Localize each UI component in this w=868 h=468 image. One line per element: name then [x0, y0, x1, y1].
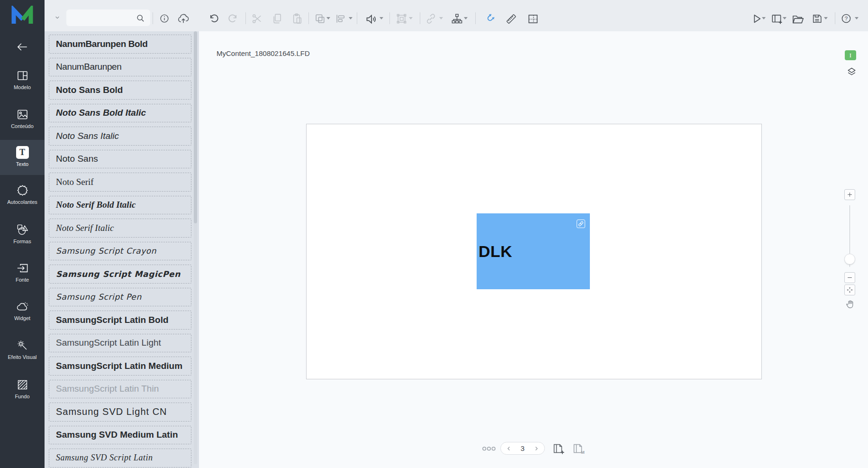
master-page-icon[interactable]: M [573, 443, 585, 455]
toolbar-divider [153, 12, 153, 24]
paste-icon[interactable] [291, 12, 303, 25]
cut-icon[interactable] [251, 12, 263, 25]
toolbar-divider [835, 12, 835, 24]
font-list-item[interactable]: Samsung Script MagicPen [49, 265, 191, 284]
open-folder-icon[interactable] [791, 12, 804, 26]
sidebar-item-texto[interactable]: T Texto [0, 140, 45, 175]
current-page-number: 3 [521, 444, 524, 452]
table-icon[interactable] [526, 12, 539, 25]
font-list-item[interactable]: Samsung SVD Script Latin [49, 449, 191, 468]
fit-to-screen-button[interactable] [844, 284, 855, 295]
zoom-out-button[interactable] [844, 272, 855, 283]
hierarchy-dropdown-caret[interactable] [464, 17, 468, 19]
search-icon[interactable] [135, 13, 145, 23]
group-icon[interactable] [314, 12, 326, 25]
font-list-item[interactable]: NanumBarunpen [49, 58, 191, 77]
font-list-item[interactable]: Noto Serif Italic [49, 219, 191, 238]
linked-element-icon[interactable] [577, 220, 585, 228]
sidebar-item-conteudo[interactable]: Conteúdo [0, 102, 45, 137]
font-list-item[interactable]: Noto Serif Bold Italic [49, 196, 191, 215]
undo-icon[interactable] [208, 12, 220, 25]
font-list-item[interactable]: Noto Sans Bold Italic [49, 104, 191, 123]
toolbar-divider [389, 12, 390, 24]
link-icon[interactable] [425, 12, 437, 25]
sidebar-item-fonte[interactable]: Fonte [0, 256, 45, 291]
file-name-label: MyContent_1808021645.LFD [217, 49, 310, 57]
save-dropdown-caret[interactable] [824, 17, 828, 19]
upload-icon[interactable] [177, 12, 190, 25]
font-list-item[interactable]: Samsung Script Pen [49, 288, 191, 307]
zoom-slider-thumb[interactable] [844, 254, 855, 265]
font-list-item[interactable]: SamsungScript Latin Light [49, 334, 191, 353]
group-dropdown-caret[interactable] [326, 17, 330, 19]
sidebar-item-autocolantes[interactable]: Autocolantes [0, 178, 45, 213]
sidebar: Modelo Conteúdo T Texto Autocolantes For… [0, 0, 45, 468]
image-icon [16, 108, 29, 121]
page-navigator: 3 [500, 442, 545, 455]
sidebar-item-modelo[interactable]: Modelo [0, 63, 45, 98]
text-icon: T [16, 146, 29, 159]
transform-icon[interactable] [395, 12, 407, 25]
back-button[interactable] [15, 41, 29, 54]
hierarchy-icon[interactable] [451, 12, 463, 25]
play-preview-icon[interactable] [750, 12, 763, 25]
template-icon [16, 69, 29, 82]
text-element-content: DLK [477, 242, 512, 261]
info-icon[interactable] [159, 13, 170, 24]
sidebar-item-efeito-visual[interactable]: Efeito Visual [0, 333, 45, 368]
zoom-in-button[interactable] [844, 189, 855, 200]
transform-dropdown-caret[interactable] [409, 17, 413, 19]
help-icon[interactable]: ? [841, 13, 852, 24]
ruler-icon[interactable] [505, 12, 517, 25]
font-list: NanumBarunpen BoldNanumBarunpenNoto Sans… [49, 35, 191, 468]
text-element[interactable]: DLK [477, 213, 590, 289]
search-input[interactable] [71, 9, 135, 26]
background-pattern-icon [16, 378, 29, 391]
add-page-icon[interactable] [553, 443, 565, 455]
sidebar-item-fundo[interactable]: Fundo [0, 372, 45, 407]
sticker-icon [16, 184, 29, 197]
svg-text:M: M [581, 450, 585, 455]
font-list-item[interactable]: Samsung SVD Light CN [49, 403, 191, 422]
layers-icon[interactable] [846, 66, 858, 78]
copy-icon[interactable] [271, 12, 283, 25]
font-list-item[interactable]: Noto Sans [49, 150, 191, 169]
add-page-toolbar-icon[interactable] [770, 12, 783, 25]
source-input-icon [16, 262, 29, 275]
slides-overview-icon[interactable] [482, 445, 496, 451]
sidebar-item-formas[interactable]: Formas [0, 217, 45, 252]
pan-hand-icon[interactable] [845, 298, 856, 310]
audio-icon[interactable] [364, 12, 378, 26]
font-list-item[interactable]: Samsung Script Crayon [49, 242, 191, 261]
audio-dropdown-caret[interactable] [380, 17, 383, 19]
font-list-item[interactable]: Noto Sans Bold [49, 81, 191, 100]
add-page-dropdown-caret[interactable] [783, 17, 787, 19]
sidebar-item-widget[interactable]: Widget [0, 294, 45, 329]
align-dropdown-caret[interactable] [349, 17, 353, 19]
play-dropdown-caret[interactable] [762, 17, 766, 19]
font-list-item[interactable]: Noto Serif [49, 173, 191, 192]
font-list-item[interactable]: Noto Sans Italic [49, 127, 191, 146]
font-list-item[interactable]: SamsungScript Latin Medium [49, 357, 191, 376]
chevron-down-icon[interactable] [53, 14, 62, 21]
magnet-snap-icon[interactable] [483, 12, 496, 25]
search-box [66, 9, 150, 26]
font-list-panel: NanumBarunpen BoldNanumBarunpenNoto Sans… [45, 31, 199, 468]
prev-page-icon[interactable] [506, 445, 512, 452]
align-icon[interactable] [334, 12, 346, 25]
toolbar-divider [245, 12, 246, 24]
svg-text:?: ? [845, 16, 848, 21]
save-icon[interactable] [811, 12, 823, 25]
font-list-item[interactable]: SamsungScript Latin Thin [49, 380, 191, 399]
scrollbar-thumb[interactable] [194, 31, 197, 223]
magic-wand-icon [16, 339, 29, 352]
font-list-item[interactable]: SamsungScript Latin Bold [49, 311, 191, 330]
font-list-item[interactable]: NanumBarunpen Bold [49, 35, 191, 54]
toolbar-divider [475, 12, 476, 24]
next-page-icon[interactable] [533, 445, 540, 452]
help-dropdown-caret[interactable] [855, 17, 859, 19]
link-dropdown-caret[interactable] [439, 17, 443, 19]
info-badge[interactable]: I [845, 50, 856, 60]
redo-icon[interactable] [226, 12, 239, 25]
font-list-item[interactable]: Samsung SVD Medium Latin [49, 426, 191, 445]
